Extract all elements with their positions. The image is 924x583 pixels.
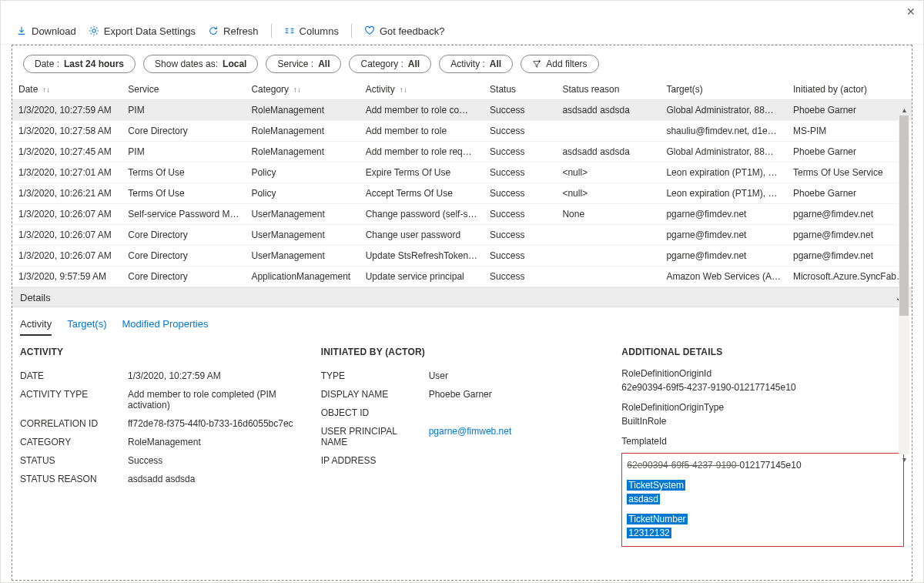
close-icon[interactable]: ✕ <box>906 5 916 18</box>
col-service[interactable]: Service <box>122 79 245 100</box>
cell-date: 1/3/2020, 10:27:58 AM <box>12 121 122 142</box>
col-date[interactable]: Date↑↓ <box>12 79 122 100</box>
col-activity[interactable]: Activity↑↓ <box>360 79 484 100</box>
cell-date: 1/3/2020, 10:26:07 AM <box>12 246 122 266</box>
type-value: User <box>429 370 448 381</box>
cell-service: Terms Of Use <box>122 163 245 183</box>
ticket-system-value: asdasd <box>627 494 660 504</box>
status-reason-value: asdsadd asdsda <box>128 474 195 484</box>
cell-service: PIM <box>122 100 245 121</box>
columns-button[interactable]: Columns <box>284 25 339 37</box>
cell-date: 1/3/2020, 10:27:59 AM <box>12 100 122 121</box>
export-settings-button[interactable]: Export Data Settings <box>89 25 196 37</box>
vertical-scrollbar[interactable]: ▴ ▾ <box>899 105 909 465</box>
audit-logs-table: Date↑↓ Service Category↑↓ Activity↑↓ Sta… <box>12 79 912 287</box>
cell-targets: pgarne@fimdev.net <box>660 246 787 266</box>
cell-targets: shauliu@fimdev.net, d1e… <box>660 121 787 142</box>
cell-category: UserManagement <box>245 204 359 225</box>
ad-key-3: TemplateId <box>621 434 904 448</box>
refresh-button[interactable]: Refresh <box>208 25 259 37</box>
sort-icon: ↑↓ <box>42 85 50 94</box>
scroll-track[interactable] <box>899 116 909 454</box>
ad-key-1: RoleDefinitionOriginId <box>621 367 904 380</box>
table-row[interactable]: 1/3/2020, 10:27:45 AMPIMRoleManagementAd… <box>12 142 912 163</box>
feedback-button[interactable]: Got feedback? <box>364 25 445 37</box>
cell-category: UserManagement <box>245 246 359 266</box>
activity-heading: ACTIVITY <box>20 347 303 357</box>
cell-category: UserManagement <box>245 225 359 246</box>
filter-service[interactable]: Service : All <box>266 55 341 73</box>
tab-modified-properties[interactable]: Modified Properties <box>122 318 208 336</box>
table-row[interactable]: 1/3/2020, 10:26:07 AMCore DirectoryUserM… <box>12 225 912 246</box>
table-row[interactable]: 1/3/2020, 10:26:21 AMTerms Of UsePolicyA… <box>12 183 912 204</box>
col-category[interactable]: Category↑↓ <box>245 79 359 100</box>
cell-status: Success <box>484 121 556 142</box>
filter-date[interactable]: Date : Last 24 hours <box>23 55 136 73</box>
scroll-thumb[interactable] <box>899 116 909 316</box>
col-status[interactable]: Status <box>484 79 556 100</box>
correlation-id-key: CORRELATION ID <box>20 418 120 429</box>
display-name-key: DISPLAY NAME <box>321 389 421 400</box>
table-row[interactable]: 1/3/2020, 10:26:07 AMCore DirectoryUserM… <box>12 246 912 266</box>
ad-val-2: BuiltInRole <box>621 414 904 428</box>
sort-icon: ↑↓ <box>400 85 407 94</box>
sort-icon: ↑↓ <box>293 85 301 94</box>
cell-status: Success <box>484 225 556 246</box>
cell-actor: pgarne@fimdev.net <box>787 225 912 246</box>
ad-val-3-pre: 62e90394-69f5-4237-9190- <box>627 460 739 471</box>
cell-reason <box>556 246 660 266</box>
cell-status: Success <box>484 204 556 225</box>
initiated-by-heading: INITIATED BY (ACTOR) <box>321 347 604 357</box>
add-filters-label: Add filters <box>546 59 587 69</box>
cell-category: Policy <box>245 183 359 204</box>
table-row[interactable]: 1/3/2020, 9:57:59 AMCore DirectoryApplic… <box>12 266 912 287</box>
download-label: Download <box>32 25 76 37</box>
refresh-icon <box>208 25 219 36</box>
status-reason-key: STATUS REASON <box>20 474 120 484</box>
columns-label: Columns <box>300 25 339 37</box>
cell-status: Success <box>484 163 556 183</box>
command-bar: Download Export Data Settings Refresh Co… <box>1 18 923 45</box>
filters-row: Date : Last 24 hours Show dates as: Loca… <box>12 45 912 79</box>
cell-reason: <null> <box>556 183 660 204</box>
cell-service: PIM <box>122 142 245 163</box>
cell-reason <box>556 225 660 246</box>
audit-logs-panel: ✕ Download Export Data Settings Refresh … <box>0 0 924 583</box>
cell-status: Success <box>484 183 556 204</box>
ad-val-3-post: 012177145e10 <box>739 460 801 471</box>
cell-reason <box>556 266 660 287</box>
download-button[interactable]: Download <box>16 25 76 37</box>
col-initiated-by[interactable]: Initiated by (actor) <box>787 79 912 100</box>
filter-category[interactable]: Category : All <box>349 55 431 73</box>
filter-activity[interactable]: Activity : All <box>439 55 513 73</box>
ticket-system-key: TicketSystem <box>627 480 685 491</box>
add-filters-button[interactable]: Add filters <box>521 55 598 73</box>
cell-category: ApplicationManagement <box>245 266 359 287</box>
cell-targets: Amazon Web Services (A… <box>660 266 787 287</box>
table-row[interactable]: 1/3/2020, 10:26:07 AMSelf-service Passwo… <box>12 204 912 225</box>
col-status-reason[interactable]: Status reason <box>556 79 660 100</box>
cell-targets: Global Administrator, 88… <box>660 142 787 163</box>
scroll-down-icon[interactable]: ▾ <box>902 454 906 465</box>
table-row[interactable]: 1/3/2020, 10:27:01 AMTerms Of UsePolicyE… <box>12 163 912 183</box>
table-row[interactable]: 1/3/2020, 10:27:59 AMPIMRoleManagementAd… <box>12 100 912 121</box>
tab-targets[interactable]: Target(s) <box>67 318 106 336</box>
ad-val-1: 62e90394-69f5-4237-9190-012177145e10 <box>621 380 904 394</box>
upn-value[interactable]: pgarne@fimweb.net <box>429 426 512 447</box>
scroll-up-icon[interactable]: ▴ <box>902 105 906 116</box>
table-row[interactable]: 1/3/2020, 10:27:58 AMCore DirectoryRoleM… <box>12 121 912 142</box>
cell-activity: Add member to role <box>360 121 484 142</box>
tab-activity[interactable]: Activity <box>20 318 52 336</box>
additional-details-heading: ADDITIONAL DETAILS <box>621 347 904 357</box>
cell-category: Policy <box>245 163 359 183</box>
cell-reason: asdsadd asdsda <box>556 100 660 121</box>
activity-type-value: Add member to role completed (PIM activa… <box>128 389 303 410</box>
col-targets[interactable]: Target(s) <box>660 79 787 100</box>
category-value: RoleManagement <box>128 437 201 447</box>
cell-date: 1/3/2020, 10:26:21 AM <box>12 183 122 204</box>
cell-reason: <null> <box>556 163 660 183</box>
details-toggle[interactable]: Details ⌄ <box>12 287 912 307</box>
highlight-box: 62e90394-69f5-4237-9190-012177145e10 Tic… <box>621 453 904 547</box>
cell-reason: asdsadd asdsda <box>556 142 660 163</box>
filter-show-dates[interactable]: Show dates as: Local <box>143 55 258 73</box>
